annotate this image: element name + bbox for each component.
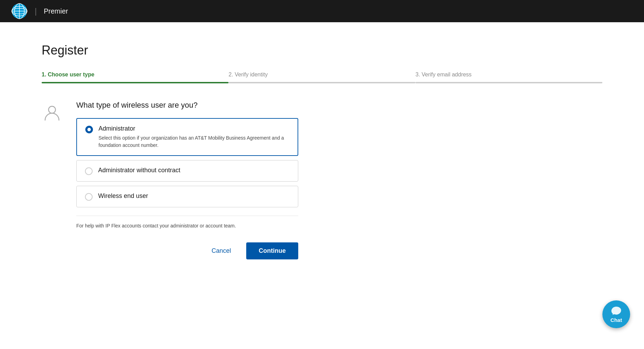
svg-point-6 <box>49 106 55 113</box>
radio-admin-no-contract[interactable] <box>85 167 93 175</box>
step-3-label: 3. Verify email address <box>415 72 602 79</box>
user-type-icon <box>43 103 61 122</box>
step-1-label: 1. Choose user type <box>42 72 229 79</box>
form-section: What type of wireless user are you? Admi… <box>42 101 354 259</box>
radio-wireless-end-user[interactable] <box>85 193 93 201</box>
user-icon-container <box>42 101 62 259</box>
option-administrator[interactable]: Administrator Select this option if your… <box>76 118 298 156</box>
page-title: Register <box>42 43 602 58</box>
header: | Premier <box>0 0 644 22</box>
option-administrator-content: Administrator Select this option if your… <box>98 125 289 149</box>
chat-button[interactable]: Chat <box>602 300 630 328</box>
step-1-bar <box>42 82 229 83</box>
chat-icon <box>611 306 622 316</box>
header-divider: | <box>35 6 37 16</box>
option-admin-no-contract-content: Administrator without contract <box>98 167 290 174</box>
form-question: What type of wireless user are you? <box>76 101 354 110</box>
option-admin-no-contract[interactable]: Administrator without contract <box>76 160 298 182</box>
step-2-label: 2. Verify identity <box>229 72 415 79</box>
step-3-bar <box>415 82 602 83</box>
cancel-button[interactable]: Cancel <box>205 243 238 259</box>
step-2: 2. Verify identity <box>229 72 415 83</box>
form-right: What type of wireless user are you? Admi… <box>76 101 354 259</box>
att-logo-icon <box>11 3 28 19</box>
option-administrator-label: Administrator <box>98 125 289 132</box>
step-1: 1. Choose user type <box>42 72 229 83</box>
option-wireless-end-user[interactable]: Wireless end user <box>76 186 298 207</box>
option-wireless-end-user-label: Wireless end user <box>98 192 290 200</box>
chat-button-label: Chat <box>610 317 622 323</box>
radio-administrator[interactable] <box>85 126 93 133</box>
option-admin-no-contract-label: Administrator without contract <box>98 167 290 174</box>
option-wireless-end-user-content: Wireless end user <box>98 192 290 200</box>
steps-progress: 1. Choose user type 2. Verify identity 3… <box>42 72 602 83</box>
header-title: Premier <box>44 7 68 15</box>
option-administrator-description: Select this option if your organization … <box>98 134 289 149</box>
main-content: Register 1. Choose user type 2. Verify i… <box>0 22 644 349</box>
button-row: Cancel Continue <box>76 242 298 259</box>
continue-button[interactable]: Continue <box>246 242 298 259</box>
step-2-bar <box>229 82 415 83</box>
step-3: 3. Verify email address <box>415 72 602 83</box>
help-text: For help with IP Flex accounts contact y… <box>76 216 298 228</box>
